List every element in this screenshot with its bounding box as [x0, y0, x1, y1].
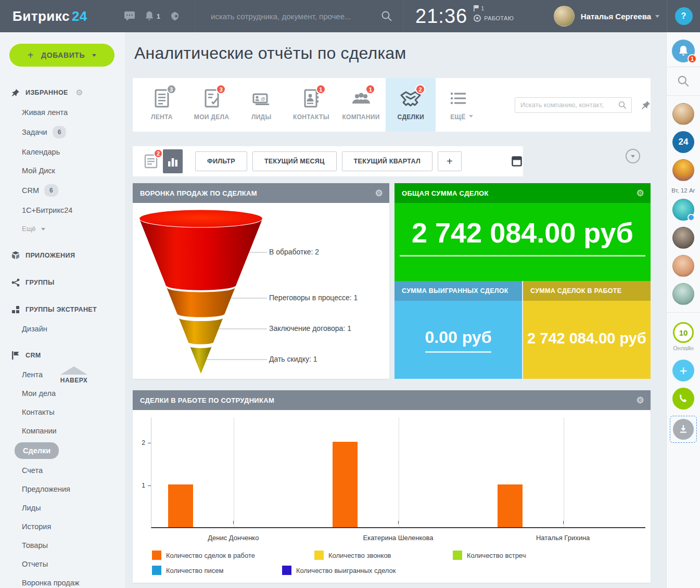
- add-button[interactable]: + ДОБАВИТЬ: [9, 44, 114, 67]
- funnel-stage-label: Дать скидку: 1: [269, 355, 317, 363]
- invite-button[interactable]: +: [672, 360, 694, 381]
- section-extranet-groups[interactable]: ГРУППЫ ЭКСТРАНЕТ: [0, 300, 125, 319]
- chat-avatar[interactable]: [672, 159, 694, 181]
- add-filter-button[interactable]: +: [438, 151, 462, 171]
- download-app-button[interactable]: [673, 419, 694, 440]
- sidebar-item-invoices[interactable]: Счета: [0, 461, 125, 480]
- gear-icon[interactable]: ⚙: [375, 188, 383, 199]
- messenger-icon[interactable]: [124, 11, 135, 21]
- total-sum-value[interactable]: 2 742 084.00 руб: [400, 216, 645, 257]
- pin-panel-icon[interactable]: [641, 100, 651, 110]
- sidebar-item-leads[interactable]: Лиды: [0, 498, 125, 517]
- user-avatar[interactable]: [554, 6, 575, 27]
- global-search-input[interactable]: [210, 11, 380, 21]
- sidebar-item-1c-bitrix24[interactable]: 1С+Битрикс24: [0, 201, 125, 220]
- logo-24: 24: [72, 8, 87, 24]
- bell-icon: [678, 45, 689, 57]
- notifications-bell-icon[interactable]: 1: [145, 11, 160, 21]
- tab-badge: 1: [365, 84, 375, 94]
- sidebar-item-my-drive[interactable]: Мой Диск: [0, 161, 125, 180]
- tab-feed[interactable]: 3 ЛЕНТА: [137, 78, 187, 132]
- back-to-top-button[interactable]: НАВЕРХ: [48, 366, 100, 384]
- sidebar-item-tasks[interactable]: Задачи6: [0, 122, 125, 143]
- bitrix24-logo[interactable]: Битрикс24: [12, 8, 87, 24]
- sidebar-item-contacts[interactable]: Контакты: [0, 403, 125, 421]
- work-sum-value[interactable]: 2 742 084.00 руб: [527, 330, 646, 347]
- bitrix24-chat-button[interactable]: 24: [672, 131, 694, 153]
- leads-icon: @: [251, 89, 271, 109]
- help-button[interactable]: ?: [675, 7, 693, 25]
- sidebar-item-history[interactable]: История: [0, 517, 125, 536]
- legend-label: Количество писем: [166, 567, 223, 574]
- legend-label: Количество выигранных сделок: [296, 567, 396, 574]
- section-crm[interactable]: CRM: [0, 346, 125, 365]
- sidebar-item-my-activities[interactable]: Мои дела: [0, 384, 125, 403]
- current-month-button[interactable]: ТЕКУЩИЙ МЕСЯЦ: [252, 151, 337, 171]
- sidebar-item-design[interactable]: Дизайн: [0, 319, 125, 338]
- section-apps[interactable]: ПРИЛОЖЕНИЯ: [0, 246, 125, 265]
- tab-companies[interactable]: 1 КОМПАНИИ: [336, 78, 386, 132]
- tab-deals-active[interactable]: 2 СДЕЛКИ: [386, 78, 436, 132]
- gear-icon[interactable]: ⚙: [636, 395, 644, 406]
- bar[interactable]: [333, 442, 358, 527]
- online-counter[interactable]: 10: [673, 322, 694, 343]
- tab-more[interactable]: ЕЩЁ: [436, 78, 480, 132]
- work-status[interactable]: РАБОТАЮ: [474, 15, 514, 22]
- sidebar-item-calendar[interactable]: Календарь: [0, 143, 125, 161]
- tab-contacts[interactable]: 1 КОНТАКТЫ: [286, 78, 336, 132]
- widget-title: ВОРОНКА ПРОДАЖ ПО СДЕЛКАМ: [140, 189, 257, 197]
- work-status-label: РАБОТАЮ: [484, 15, 514, 21]
- chat-avatar[interactable]: [672, 227, 694, 249]
- crm-tabs-panel: 3 ЛЕНТА 3 МОИ ДЕЛА @ ЛИДЫ 1 КОНТАКТЫ 1: [133, 78, 651, 132]
- user-menu[interactable]: Наталья Сергеева: [554, 6, 659, 27]
- tab-my-activities[interactable]: 3 МОИ ДЕЛА: [187, 78, 237, 132]
- sidebar-item-live-feed[interactable]: Живая лента: [0, 103, 125, 122]
- list-view-toggle[interactable]: 2: [144, 154, 158, 169]
- sales-funnel-widget: ВОРОНКА ПРОДАЖ ПО СДЕЛКАМ ⚙: [133, 183, 389, 379]
- sidebar-item-sales-funnel[interactable]: Воронка продаж: [0, 573, 125, 588]
- legend-item: Количество встреч: [453, 551, 526, 560]
- sidebar-item-quotes[interactable]: Предложения: [0, 480, 125, 498]
- legend-swatch: [152, 551, 161, 560]
- tab-leads[interactable]: @ ЛИДЫ: [236, 78, 286, 132]
- sidebar-item-products[interactable]: Товары: [0, 536, 125, 555]
- search-icon[interactable]: [677, 74, 690, 88]
- filter-button[interactable]: ФИЛЬТР: [195, 151, 247, 171]
- section-groups[interactable]: ГРУППЫ: [0, 273, 125, 292]
- entity-search-input[interactable]: [519, 100, 618, 109]
- sidebar-item-deals-selected[interactable]: Сделки: [0, 440, 125, 461]
- chat-avatar[interactable]: [672, 283, 694, 305]
- search-icon[interactable]: [618, 100, 627, 110]
- download-icon: [679, 425, 688, 434]
- widget-title: СДЕЛКИ В РАБОТЕ ПО СОТРУДНИКАМ: [140, 397, 274, 404]
- phone-button[interactable]: [672, 388, 694, 410]
- gear-icon[interactable]: ⚙: [76, 88, 83, 97]
- widget-title: ОБЩАЯ СУММА СДЕЛОК: [402, 189, 489, 197]
- notifications-button[interactable]: 1: [672, 40, 695, 62]
- bar[interactable]: [168, 484, 193, 527]
- chat-avatar[interactable]: [672, 255, 694, 277]
- collapse-widgets-button[interactable]: [626, 149, 640, 163]
- y-tick-label: 2: [135, 439, 145, 446]
- legend-swatch: [152, 566, 161, 575]
- legend-item: Количество выигранных сделок: [282, 566, 396, 575]
- search-icon[interactable]: [380, 10, 393, 22]
- layout-icon[interactable]: [512, 156, 522, 167]
- sidebar-item-crm[interactable]: CRM6: [0, 180, 125, 201]
- work-time-widget[interactable]: 21:36 1 РАБОТАЮ: [403, 0, 514, 32]
- sidebar-item-more[interactable]: Ещё: [0, 220, 125, 238]
- global-search: [194, 0, 402, 32]
- chat-avatar[interactable]: [672, 103, 694, 125]
- x-tick: [563, 521, 564, 524]
- bar[interactable]: [498, 484, 523, 527]
- gear-icon[interactable]: ⚙: [636, 188, 644, 199]
- sidebar-item-companies[interactable]: Компании: [0, 421, 125, 440]
- chat-avatar[interactable]: [672, 199, 694, 221]
- y-tick: [148, 485, 151, 486]
- cloud-icon[interactable]: [170, 11, 180, 21]
- sidebar-item-reports[interactable]: Отчеты: [0, 555, 125, 573]
- current-quarter-button[interactable]: ТЕКУЩИЙ КВАРТАЛ: [342, 151, 432, 171]
- bar-chart-plot-area: [151, 417, 645, 528]
- chart-view-toggle-active[interactable]: [163, 149, 183, 173]
- won-sum-value[interactable]: 0.00 руб: [425, 328, 492, 353]
